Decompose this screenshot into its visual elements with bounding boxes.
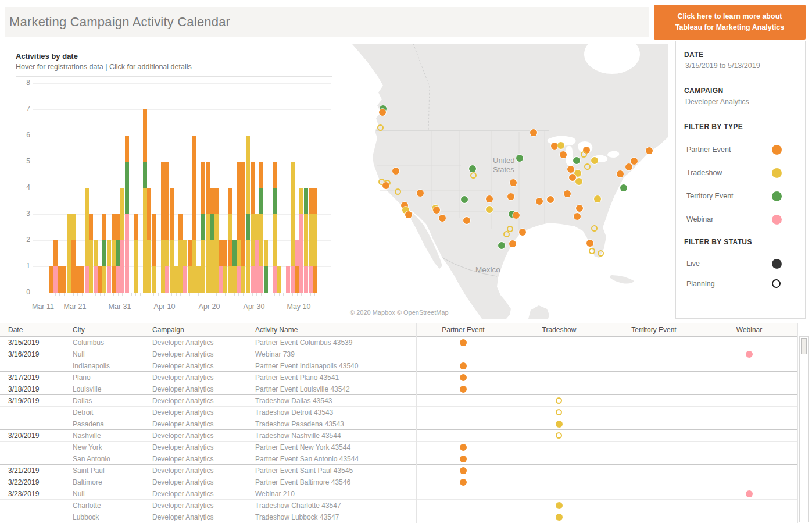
bar-segment-4/22[interactable] bbox=[219, 266, 223, 293]
bar-segment-4/11[interactable] bbox=[170, 240, 174, 293]
table-row[interactable]: San AntonioDeveloper AnalyticsPartner Ev… bbox=[0, 453, 797, 464]
bar-segment-4/25[interactable] bbox=[232, 240, 237, 266]
map-marker-partner-live[interactable] bbox=[417, 190, 424, 197]
bar-segment-3/23[interactable] bbox=[85, 188, 89, 266]
bar-segment-4/1[interactable] bbox=[125, 162, 129, 214]
activity-dot-partner-live[interactable] bbox=[460, 456, 467, 462]
bar-segment-4/12[interactable] bbox=[174, 266, 178, 293]
map-marker-partner-live[interactable] bbox=[510, 179, 517, 186]
column-header-webinar[interactable]: Webinar bbox=[709, 326, 790, 334]
bar-segment-4/20[interactable] bbox=[210, 188, 214, 214]
map-marker-partner-live[interactable] bbox=[564, 190, 571, 197]
bar-segment-3/16[interactable] bbox=[53, 266, 58, 293]
bar-segment-5/10[interactable] bbox=[299, 188, 303, 214]
bar-segment-5/1[interactable] bbox=[259, 188, 263, 214]
map-marker-partner-live[interactable] bbox=[576, 205, 583, 212]
bar-segment-5/11[interactable] bbox=[304, 188, 308, 214]
bar-segment-4/26[interactable] bbox=[237, 240, 241, 266]
bar-segment-5/1[interactable] bbox=[259, 162, 263, 188]
table-row[interactable]: New YorkDeveloper AnalyticsPartner Event… bbox=[0, 441, 797, 453]
bar-segment-3/28[interactable] bbox=[107, 240, 111, 266]
table-row[interactable]: 3/20/2019NashvilleDeveloper AnalyticsTra… bbox=[0, 429, 797, 441]
activity-dot-partner-live[interactable] bbox=[460, 386, 467, 393]
map-marker-partner-live[interactable] bbox=[392, 168, 399, 175]
table-row[interactable]: 3/17/2019PlanoDeveloper AnalyticsPartner… bbox=[0, 371, 797, 383]
bar-segment-4/23[interactable] bbox=[223, 240, 227, 266]
bar-segment-5/2[interactable] bbox=[264, 240, 268, 266]
bar-segment-5/4[interactable] bbox=[273, 266, 277, 293]
bar-segment-4/15[interactable] bbox=[188, 266, 192, 293]
map-marker-tradeshow-planning[interactable] bbox=[395, 188, 401, 195]
map-marker-tradeshow-planning[interactable] bbox=[470, 172, 477, 179]
column-header-city[interactable]: City bbox=[73, 326, 85, 334]
map-marker-partner-live[interactable] bbox=[569, 174, 576, 181]
bar-segment-4/17[interactable] bbox=[196, 266, 201, 293]
bar-segment-4/18[interactable] bbox=[201, 162, 205, 214]
bar-segment-4/28[interactable] bbox=[246, 214, 250, 240]
bar-segment-4/19[interactable] bbox=[206, 162, 210, 214]
bar-segment-4/24[interactable] bbox=[228, 266, 232, 293]
bar-segment-4/28[interactable] bbox=[246, 240, 250, 293]
bar-segment-5/12[interactable] bbox=[309, 266, 313, 293]
map-marker-tradeshow-planning[interactable] bbox=[377, 124, 384, 131]
bar-segment-3/18[interactable] bbox=[62, 266, 66, 293]
activity-dot-partner-live[interactable] bbox=[460, 479, 467, 486]
map-marker-partner-live[interactable] bbox=[530, 129, 537, 136]
bar-segment-5/4[interactable] bbox=[273, 188, 277, 214]
bar-segment-4/11[interactable] bbox=[170, 188, 174, 240]
bar-segment-4/24[interactable] bbox=[228, 214, 232, 240]
map-marker-tradeshow-planning[interactable] bbox=[503, 231, 510, 237]
column-header-territory-event[interactable]: Territory Event bbox=[613, 326, 695, 334]
bar-segment-5/8[interactable] bbox=[291, 162, 295, 266]
bar-segment-5/5[interactable] bbox=[277, 266, 281, 293]
bar-segment-4/3[interactable] bbox=[134, 240, 138, 293]
bar-segment-4/23[interactable] bbox=[223, 266, 227, 293]
bar-segment-4/18[interactable] bbox=[201, 240, 205, 293]
map-marker-tradeshow-planning[interactable] bbox=[598, 250, 604, 257]
bar-segment-4/5[interactable] bbox=[143, 162, 147, 188]
bar-segment-4/1[interactable] bbox=[125, 214, 129, 293]
type-filter-tradeshow[interactable]: Tradeshow bbox=[676, 167, 806, 180]
bar-segment-4/3[interactable] bbox=[134, 214, 138, 240]
bar-segment-5/11[interactable] bbox=[304, 266, 308, 293]
activity-dot-partner-live[interactable] bbox=[460, 362, 467, 369]
learn-more-button[interactable]: Click here to learn more about Tableau f… bbox=[654, 5, 806, 40]
bar-segment-3/24[interactable] bbox=[89, 214, 93, 240]
table-row[interactable]: DetroitDeveloper AnalyticsTradeshow Detr… bbox=[0, 406, 797, 418]
bar-segment-5/13[interactable] bbox=[313, 188, 317, 214]
map-marker-territory-live[interactable] bbox=[498, 242, 505, 249]
bar-segment-4/29[interactable] bbox=[251, 266, 255, 293]
table-row[interactable]: 3/18/2019LouisvilleDeveloper AnalyticsPa… bbox=[0, 383, 797, 394]
table-row[interactable]: 3/16/2019NullDeveloper AnalyticsWebinar … bbox=[0, 348, 797, 360]
bar-segment-4/15[interactable] bbox=[188, 240, 192, 266]
column-header-campaign[interactable]: Campaign bbox=[152, 326, 184, 334]
bar-segment-4/27[interactable] bbox=[241, 162, 245, 266]
bar-segment-4/6[interactable] bbox=[147, 240, 151, 293]
table-row[interactable]: LubbockDeveloper AnalyticsTradeshow Lubb… bbox=[0, 511, 797, 522]
bar-segment-4/24[interactable] bbox=[228, 240, 232, 266]
map-marker-tradeshow-live[interactable] bbox=[594, 195, 601, 202]
bar-segment-4/29[interactable] bbox=[251, 162, 255, 214]
map-marker-territory-live[interactable] bbox=[469, 165, 476, 172]
bar-segment-5/2[interactable] bbox=[264, 266, 268, 293]
bar-segment-4/19[interactable] bbox=[206, 214, 210, 293]
bar-segment-3/30[interactable] bbox=[116, 266, 120, 293]
bar-segment-4/5[interactable] bbox=[143, 188, 147, 293]
map-marker-partner-live[interactable] bbox=[536, 198, 543, 205]
bar-segment-4/14[interactable] bbox=[183, 266, 187, 293]
column-header-activity-name[interactable]: Activity Name bbox=[255, 326, 298, 334]
map-marker-partner-live[interactable] bbox=[617, 170, 624, 177]
activity-dot-tradeshow-planning[interactable] bbox=[556, 397, 562, 404]
activity-dot-tradeshow-live[interactable] bbox=[556, 421, 563, 428]
bar-segment-3/23[interactable] bbox=[85, 266, 89, 293]
bar-segment-4/27[interactable] bbox=[241, 266, 245, 293]
table-row[interactable]: CharlotteDeveloper AnalyticsTradeshow Ch… bbox=[0, 499, 797, 511]
activity-dot-partner-live[interactable] bbox=[460, 374, 467, 381]
activity-dot-tradeshow-planning[interactable] bbox=[556, 432, 562, 439]
bar-segment-3/30[interactable] bbox=[116, 240, 120, 266]
bar-segment-3/28[interactable] bbox=[107, 266, 111, 293]
bar-segment-3/27[interactable] bbox=[102, 214, 106, 240]
bar-segment-4/30[interactable] bbox=[255, 240, 259, 293]
bar-segment-3/29[interactable] bbox=[112, 240, 116, 266]
bar-segment-4/30[interactable] bbox=[255, 214, 259, 240]
